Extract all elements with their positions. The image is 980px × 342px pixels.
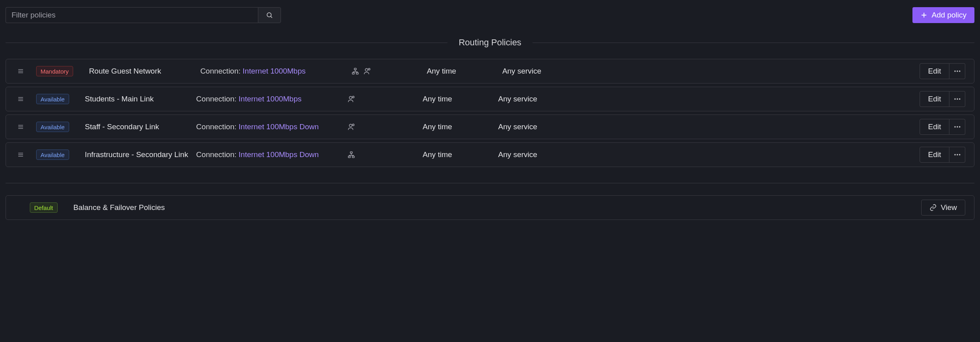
service-cell: Any service xyxy=(498,95,578,103)
connection-label: Connection: xyxy=(196,150,239,159)
row-actions: Edit xyxy=(920,119,965,135)
policy-row: AvailableInfrastructure - Secondary Link… xyxy=(6,142,974,167)
svg-point-12 xyxy=(954,70,955,72)
section-title-divider: Routing Policies xyxy=(6,37,974,48)
svg-point-0 xyxy=(267,13,271,17)
svg-point-38 xyxy=(957,154,958,155)
policy-row: AvailableStaff - Secondary LinkConnectio… xyxy=(6,115,974,139)
svg-point-20 xyxy=(954,98,955,99)
more-icon xyxy=(953,95,961,103)
failover-row: Default Balance & Failover Policies View xyxy=(6,195,974,220)
svg-rect-36 xyxy=(352,156,354,157)
service-cell: Any service xyxy=(502,67,582,76)
scope-icons xyxy=(347,123,423,131)
default-badge: Default xyxy=(30,202,58,213)
drag-handle[interactable] xyxy=(15,124,27,130)
svg-point-27 xyxy=(352,124,354,126)
drag-handle[interactable] xyxy=(15,152,27,158)
svg-point-19 xyxy=(352,96,354,98)
more-button[interactable] xyxy=(949,91,965,107)
svg-point-14 xyxy=(959,70,960,72)
time-cell: Any time xyxy=(427,67,502,76)
more-icon xyxy=(953,151,961,159)
svg-point-10 xyxy=(365,68,368,71)
user-group-icon xyxy=(347,95,355,103)
svg-rect-7 xyxy=(354,68,356,70)
svg-point-21 xyxy=(957,98,958,99)
svg-point-39 xyxy=(959,154,960,155)
connection-cell: Connection: Internet 100Mbps Down xyxy=(196,122,347,131)
service-cell: Any service xyxy=(498,122,578,131)
add-policy-label: Add policy xyxy=(932,11,966,19)
failover-name: Balance & Failover Policies xyxy=(74,203,165,212)
drag-handle[interactable] xyxy=(15,96,27,102)
policy-row: AvailableStudents - Main LinkConnection:… xyxy=(6,87,974,111)
connection-cell: Connection: Internet 100Mbps Down xyxy=(196,150,347,159)
row-actions: Edit xyxy=(920,147,965,163)
network-icon xyxy=(347,151,355,159)
connection-link[interactable]: Internet 1000Mbps xyxy=(238,95,301,103)
connection-label: Connection: xyxy=(196,122,239,131)
search-button[interactable] xyxy=(258,7,281,23)
connection-link[interactable]: Internet 100Mbps Down xyxy=(238,150,319,159)
view-button[interactable]: View xyxy=(921,200,965,216)
svg-point-37 xyxy=(954,154,955,155)
svg-line-1 xyxy=(271,16,272,17)
edit-button[interactable]: Edit xyxy=(920,91,949,107)
policy-list: MandatoryRoute Guest NetworkConnection: … xyxy=(6,59,974,167)
svg-point-26 xyxy=(349,124,352,127)
edit-button[interactable]: Edit xyxy=(920,119,949,135)
connection-cell: Connection: Internet 1000Mbps xyxy=(200,67,351,76)
time-cell: Any time xyxy=(423,150,498,159)
connection-link[interactable]: Internet 100Mbps Down xyxy=(238,122,319,131)
edit-button[interactable]: Edit xyxy=(920,147,949,163)
connection-label: Connection: xyxy=(196,95,239,103)
policy-row: MandatoryRoute Guest NetworkConnection: … xyxy=(6,59,974,84)
svg-point-29 xyxy=(957,126,958,127)
status-badge: Available xyxy=(36,94,69,104)
policy-name: Route Guest Network xyxy=(89,67,200,76)
svg-point-18 xyxy=(349,96,352,99)
svg-point-30 xyxy=(959,126,960,127)
status-badge: Available xyxy=(36,122,69,132)
drag-handle[interactable] xyxy=(15,68,27,74)
divider xyxy=(6,183,974,183)
edit-button[interactable]: Edit xyxy=(920,63,949,79)
connection-cell: Connection: Internet 1000Mbps xyxy=(196,95,347,103)
time-cell: Any time xyxy=(423,122,498,131)
more-button[interactable] xyxy=(949,119,965,135)
service-cell: Any service xyxy=(498,150,578,159)
connection-link[interactable]: Internet 1000Mbps xyxy=(243,67,306,75)
scope-icons xyxy=(347,151,423,159)
svg-point-11 xyxy=(368,68,370,70)
user-group-icon xyxy=(347,123,355,131)
policy-name: Staff - Secondary Link xyxy=(85,122,196,131)
more-icon xyxy=(953,67,961,75)
failover-actions: View xyxy=(921,200,965,216)
network-icon xyxy=(351,67,359,75)
status-badge: Available xyxy=(36,150,69,160)
time-cell: Any time xyxy=(423,95,498,103)
svg-point-28 xyxy=(954,126,955,127)
plus-icon xyxy=(920,12,928,19)
search-icon xyxy=(266,12,273,19)
svg-point-22 xyxy=(959,98,960,99)
policy-name: Students - Main Link xyxy=(85,95,196,103)
view-label: View xyxy=(941,203,957,212)
svg-point-13 xyxy=(957,70,958,72)
filter-input[interactable] xyxy=(6,7,258,23)
user-group-icon xyxy=(363,67,371,75)
connection-label: Connection: xyxy=(200,67,243,75)
svg-rect-8 xyxy=(352,72,354,74)
search-group xyxy=(6,7,281,23)
top-bar: Add policy xyxy=(6,7,974,23)
svg-rect-9 xyxy=(356,72,358,74)
add-policy-button[interactable]: Add policy xyxy=(912,7,974,23)
status-badge: Mandatory xyxy=(36,66,73,76)
scope-icons xyxy=(347,95,423,103)
row-actions: Edit xyxy=(920,91,965,107)
section-title: Routing Policies xyxy=(447,37,533,47)
more-button[interactable] xyxy=(949,147,965,163)
scope-icons xyxy=(351,67,427,75)
more-button[interactable] xyxy=(949,63,965,79)
